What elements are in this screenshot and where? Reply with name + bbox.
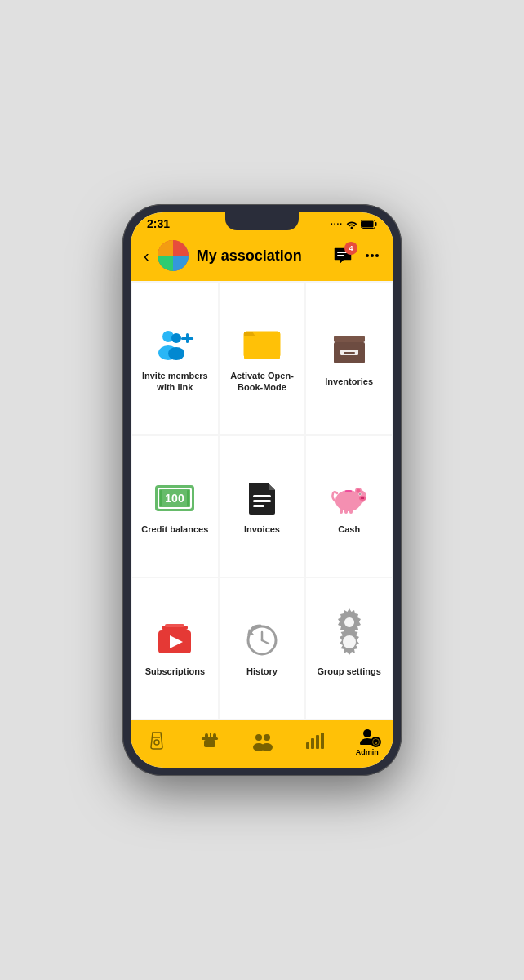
group-settings-icon	[326, 621, 372, 659]
svg-rect-1	[375, 222, 377, 226]
open-book-label: Activate Open-Book-Mode	[226, 370, 299, 394]
svg-rect-19	[334, 336, 365, 342]
cash-label: Cash	[338, 523, 360, 535]
svg-rect-28	[253, 495, 271, 497]
svg-point-63	[261, 743, 273, 751]
inventories-label: Inventories	[325, 376, 373, 387]
drinks-icon	[148, 731, 166, 751]
inventories-icon	[326, 332, 372, 369]
svg-point-53	[344, 617, 354, 627]
svg-rect-29	[253, 500, 271, 502]
svg-rect-4	[158, 240, 173, 256]
stats-icon	[304, 731, 324, 751]
open-book-icon	[239, 326, 285, 363]
grid-item-cash[interactable]: Cash	[306, 436, 392, 577]
history-icon	[239, 621, 285, 659]
svg-point-34	[356, 488, 360, 492]
grid-item-invoices[interactable]: Invoices	[220, 436, 305, 577]
credit-balances-label: Credit balances	[141, 523, 208, 535]
cash-icon	[326, 479, 372, 517]
food-icon	[199, 731, 220, 751]
nav-drinks[interactable]	[139, 731, 175, 752]
invite-members-label: Invite members with link	[139, 370, 211, 394]
svg-rect-59	[213, 733, 216, 738]
back-button[interactable]: ‹	[144, 247, 149, 265]
status-icons: ····	[331, 220, 377, 229]
group-settings-label: Group settings	[318, 666, 381, 677]
grid-item-history[interactable]: History	[220, 578, 305, 719]
grid-item-invite-members[interactable]: Invite members with link	[132, 283, 218, 434]
members-icon	[251, 731, 273, 751]
svg-point-68	[363, 729, 371, 737]
svg-rect-8	[337, 255, 344, 256]
nav-admin[interactable]: e Admin	[349, 727, 385, 756]
svg-rect-45	[165, 624, 184, 627]
svg-point-14	[171, 333, 181, 343]
svg-rect-56	[204, 740, 215, 747]
phone-shell: 2:31 ···· ‹	[122, 204, 402, 776]
svg-point-15	[168, 347, 184, 360]
svg-rect-6	[158, 256, 173, 271]
svg-point-62	[264, 734, 270, 741]
svg-rect-58	[210, 733, 211, 738]
notch	[225, 212, 299, 230]
grid-item-inventories[interactable]: Inventories	[306, 283, 392, 434]
signal-icon: ····	[331, 220, 343, 229]
nav-food[interactable]	[192, 731, 228, 752]
svg-point-37	[362, 497, 364, 499]
grid-container: Invite members with link Activate Open-B…	[131, 281, 393, 720]
svg-rect-30	[253, 505, 264, 507]
credit-balances-icon: 100	[152, 479, 198, 517]
chat-button[interactable]: 4	[333, 247, 353, 265]
history-label: History	[246, 666, 278, 677]
svg-rect-43	[349, 509, 353, 514]
svg-rect-2	[362, 220, 374, 227]
admin-label: Admin	[356, 748, 379, 756]
svg-line-51	[262, 640, 269, 644]
avatar[interactable]	[158, 240, 189, 271]
header-actions: 4	[333, 247, 380, 265]
svg-rect-66	[316, 735, 319, 749]
svg-rect-67	[321, 733, 324, 749]
header-title: My association	[197, 247, 325, 265]
invoices-icon	[239, 479, 285, 517]
svg-rect-65	[311, 738, 314, 749]
svg-rect-26	[160, 490, 162, 506]
nav-members[interactable]	[244, 731, 280, 752]
svg-point-9	[366, 254, 369, 257]
svg-point-10	[371, 254, 374, 257]
grid-item-group-settings[interactable]: Group settings	[306, 578, 392, 719]
svg-point-36	[361, 497, 362, 499]
svg-rect-40	[345, 490, 352, 492]
svg-point-54	[154, 740, 159, 745]
svg-point-39	[359, 493, 361, 495]
grid-item-credit-balances[interactable]: 100 Credit balances	[132, 436, 218, 577]
subscriptions-label: Subscriptions	[145, 666, 205, 677]
invite-members-icon	[152, 326, 198, 363]
svg-rect-22	[344, 352, 355, 354]
grid-item-open-book[interactable]: Activate Open-Book-Mode	[220, 283, 305, 434]
invoices-label: Invoices	[244, 523, 280, 535]
svg-rect-27	[187, 490, 189, 506]
nav-stats[interactable]	[296, 731, 332, 752]
svg-rect-17	[181, 337, 193, 340]
more-icon[interactable]	[364, 247, 380, 264]
svg-rect-41	[340, 509, 343, 514]
battery-icon	[361, 220, 377, 229]
svg-rect-64	[306, 742, 309, 749]
svg-rect-42	[344, 509, 348, 514]
subscriptions-icon	[152, 621, 198, 659]
svg-point-11	[375, 254, 379, 257]
wifi-icon	[346, 220, 357, 229]
phone-screen: 2:31 ···· ‹	[131, 212, 393, 768]
grid-item-subscriptions[interactable]: Subscriptions	[132, 578, 218, 719]
svg-text:100: 100	[166, 492, 185, 505]
status-time: 2:31	[147, 217, 170, 230]
svg-point-60	[255, 734, 262, 741]
chat-badge: 4	[344, 242, 357, 255]
bottom-nav: e Admin	[131, 720, 393, 768]
header: ‹ My association 4	[131, 234, 393, 281]
svg-rect-57	[205, 733, 208, 738]
svg-rect-5	[173, 256, 189, 271]
